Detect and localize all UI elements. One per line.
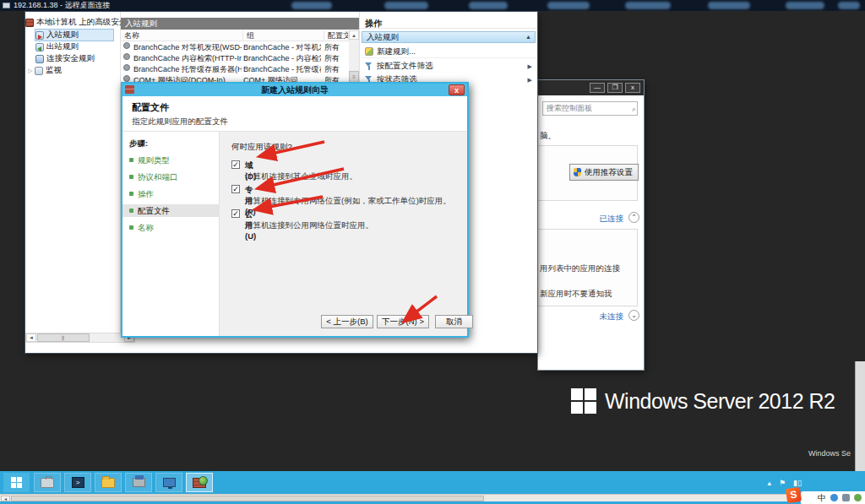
tree-item-connection-security[interactable]: 连接安全规则 [35, 53, 131, 64]
rule-group: BranchCache - 内容检索(... [243, 53, 321, 64]
connected-link[interactable]: 已连接 [600, 214, 624, 225]
use-recommended-settings-button[interactable]: 使用推荐设置 [569, 164, 639, 181]
close-button[interactable]: x [625, 83, 640, 93]
expander-icon[interactable]: ▷ [28, 68, 35, 74]
server-manager-icon [41, 478, 54, 488]
tree-root-label: 本地计算机 上的高级安全 Win [36, 17, 121, 28]
wizard-titlebar[interactable]: 新建入站规则向导 x [122, 84, 467, 96]
tree-item-outbound-rules[interactable]: 出站规则 [35, 41, 131, 52]
step-action[interactable]: 操作 [122, 187, 220, 200]
taskbar-firewall-active[interactable] [186, 473, 213, 492]
new-inbound-rule-wizard: 新建入站规则向导 x 配置文件 指定此规则应用的配置文件 步骤: 规则类型 协议… [121, 82, 469, 338]
public-checkbox[interactable]: ✓ [231, 209, 240, 218]
action-new-rule[interactable]: 新建规则... [362, 46, 536, 58]
maximize-button[interactable]: ❐ [607, 83, 623, 93]
step-bullet-icon [129, 209, 133, 213]
action-label: 按配置文件筛选 [377, 61, 433, 72]
rule-profile: 所有 [324, 64, 348, 75]
ime-language-indicator[interactable]: 中 [818, 492, 826, 504]
ime-mic-icon[interactable] [854, 494, 862, 501]
rule-profile: 所有 [324, 42, 348, 53]
rdp-connection-bar[interactable]: 192.168.1.38 - 远程桌面连接 [0, 0, 865, 11]
show-hidden-icons-icon[interactable]: ▴ [767, 479, 771, 487]
collapse-icon[interactable]: ▲ [525, 32, 531, 42]
scrollbar-thumb[interactable] [11, 496, 484, 501]
column-header-group[interactable]: 组 [243, 30, 324, 41]
not-connected-link[interactable]: 未连接 [600, 312, 624, 322]
powershell-icon: > [72, 477, 84, 488]
actions-section-header[interactable]: 入站规则 ▲ [362, 31, 536, 43]
chevron-up-icon[interactable]: ⌃ [628, 212, 639, 223]
rule-row[interactable]: BranchCache 托管缓存服务器(HTTP-In) BranchCache… [121, 64, 349, 75]
scrollbar-thumb[interactable]: ≡ [349, 71, 359, 83]
sogou-logo-icon[interactable]: S [786, 487, 802, 503]
search-icon: ⌕ [632, 105, 636, 114]
firewall-brick-icon [193, 478, 206, 488]
rule-row[interactable]: BranchCache 内容检索(HTTP-In) BranchCache - … [121, 53, 349, 64]
tree-horizontal-scrollbar[interactable]: ◄ ⦀ ► [25, 333, 135, 343]
close-icon[interactable]: x [449, 84, 465, 95]
control-panel-titlebar[interactable]: — ❐ x [538, 80, 644, 95]
steps-label: 步骤: [129, 138, 148, 149]
console-tree-pane: 本地计算机 上的高级安全 Win 入站规则 出站规则 连接安全规则 ▷ 监视 [25, 12, 121, 333]
chevron-down-icon[interactable]: ⌄ [628, 310, 639, 321]
minimize-button[interactable]: — [590, 83, 605, 93]
ime-bar: S 中 [801, 491, 865, 504]
uac-shield-icon [574, 168, 581, 176]
rdp-icon [3, 3, 10, 8]
button-label: 使用推荐设置 [585, 167, 633, 178]
tree-item-inbound-rules[interactable]: 入站规则 [35, 30, 113, 41]
step-bullet-icon [129, 158, 133, 162]
wizard-title: 新建入站规则向导 [261, 85, 329, 95]
domain-checkbox[interactable]: ✓ [231, 160, 240, 169]
rule-group: BranchCache - 托管缓存服... [243, 64, 321, 75]
wizard-page-title: 配置文件 [132, 101, 169, 114]
start-button[interactable] [3, 473, 30, 492]
tree-item-monitoring[interactable]: ▷ 监视 [28, 65, 123, 76]
ime-emoji-icon[interactable] [830, 494, 838, 501]
windows-server-brand: Windows Server 2012 R2 [571, 388, 835, 414]
blurred-taskbar-item [291, 2, 332, 9]
taskbar-server-manager[interactable] [34, 473, 61, 492]
tree-root-node[interactable]: 本地计算机 上的高级安全 Win [25, 17, 121, 28]
new-rule-icon [365, 47, 373, 56]
action-center-flag-icon[interactable]: ⚑ [779, 479, 786, 487]
rdp-horizontal-scrollbar[interactable]: ◄ ▼ [0, 494, 865, 501]
cancel-button[interactable]: 取消 [435, 315, 473, 328]
column-header-profile[interactable]: 配置文件 [324, 30, 349, 41]
rule-row[interactable]: BranchCache 对等机发现(WSD-In) BranchCache - … [121, 42, 349, 53]
next-button[interactable]: 下一步(N) > [377, 315, 429, 328]
column-header-name[interactable]: 名称 [121, 30, 243, 41]
list-pane-title: 入站规则 [121, 18, 359, 30]
scroll-up-icon[interactable]: ▲ [349, 30, 359, 40]
step-name[interactable]: 名称 [122, 221, 220, 234]
tree-item-label: 出站规则 [46, 41, 79, 52]
back-button[interactable]: < 上一步(B) [321, 315, 373, 328]
action-filter-by-profile[interactable]: 按配置文件筛选 ▶ [362, 60, 536, 73]
rule-state-icon [123, 75, 130, 82]
filter-icon [365, 62, 373, 70]
wizard-firewall-icon [125, 85, 134, 94]
tree-item-label: 入站规则 [46, 30, 79, 41]
monitoring-icon [35, 67, 43, 75]
taskbar-powershell[interactable]: > [64, 473, 91, 492]
tree-item-label: 监视 [46, 65, 62, 76]
network-icon[interactable]: ▮▯ [793, 479, 802, 487]
actions-pane-title: 操作 [360, 18, 537, 29]
private-checkbox[interactable]: ✓ [231, 185, 240, 193]
search-input[interactable]: 搜索控制面板 [542, 101, 638, 116]
taskbar-display[interactable] [155, 473, 182, 492]
taskbar-file-explorer[interactable] [95, 473, 122, 492]
rule-profile: 所有 [324, 53, 348, 64]
scroll-left-icon[interactable]: ◄ [1, 496, 10, 501]
scrollbar-thumb[interactable]: ⦀ [37, 333, 90, 342]
scroll-left-icon[interactable]: ◄ [26, 333, 36, 342]
taskbar-devices[interactable] [125, 473, 152, 492]
step-label: 操作 [138, 189, 154, 198]
wizard-buttons: < 上一步(B) 下一步(N) > 取消 [220, 307, 467, 336]
list-vertical-scrollbar[interactable]: ▲ ≡ [349, 30, 359, 89]
step-rule-type[interactable]: 规则类型 [122, 154, 220, 166]
ime-keyboard-icon[interactable] [842, 494, 850, 501]
step-profile-current[interactable]: 配置文件 [122, 204, 220, 217]
step-protocol-ports[interactable]: 协议和端口 [122, 171, 220, 183]
